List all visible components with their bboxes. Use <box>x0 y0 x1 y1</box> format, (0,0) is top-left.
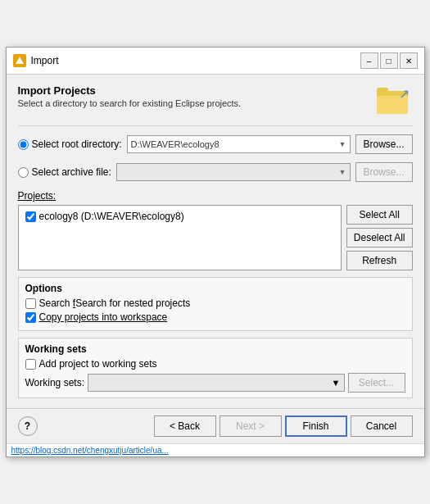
add-working-sets-checkbox[interactable] <box>25 359 36 370</box>
title-bar: Import – □ ✕ <box>7 48 424 75</box>
separator <box>18 125 413 126</box>
archive-file-combo[interactable]: ▼ <box>116 163 351 181</box>
root-directory-radio[interactable] <box>18 139 29 150</box>
list-item: ecology8 (D:\WEAVER\ecology8) <box>22 209 337 224</box>
archive-combo-arrow-icon: ▼ <box>339 168 346 176</box>
copy-projects-row: Copy projects into workspace <box>25 311 405 323</box>
project-checkbox[interactable] <box>25 211 36 222</box>
root-directory-row: Select root directory: D:\WEAVER\ecology… <box>18 134 413 154</box>
copy-projects-label[interactable]: Copy projects into workspace <box>39 311 168 323</box>
project-label: ecology8 (D:\WEAVER\ecology8) <box>39 211 184 222</box>
working-sets-combo[interactable]: ▼ <box>88 374 345 392</box>
working-sets-combo-row: Working sets: ▼ Select... <box>25 373 405 393</box>
header-text: Import Projects Select a directory to se… <box>18 84 242 108</box>
window-controls: – □ ✕ <box>360 52 418 69</box>
dialog-title: Import Projects <box>18 84 242 97</box>
root-browse-button[interactable]: Browse... <box>355 134 413 154</box>
header-section: Import Projects Select a directory to se… <box>18 84 413 117</box>
bottom-bar: ? < Back Next > Finish Cancel <box>7 408 424 443</box>
import-dialog: Import – □ ✕ Import Projects Select a di… <box>6 47 425 457</box>
combo-arrow-icon: ▼ <box>339 140 346 148</box>
maximize-button[interactable]: □ <box>380 52 398 69</box>
add-working-sets-row: Add project to working sets <box>25 358 405 370</box>
close-button[interactable]: ✕ <box>400 52 418 69</box>
folder-icon-container: ↗ <box>373 84 413 117</box>
projects-buttons: Select All Deselect All Refresh <box>346 205 413 270</box>
working-sets-title: Working sets <box>25 343 405 355</box>
cancel-button[interactable]: Cancel <box>351 415 413 437</box>
copy-projects-checkbox[interactable] <box>25 312 36 323</box>
help-button[interactable]: ? <box>18 416 38 436</box>
archive-file-label[interactable]: Select archive file: <box>18 166 111 178</box>
minimize-button[interactable]: – <box>360 52 378 69</box>
options-title: Options <box>25 283 405 294</box>
working-sets-label: Working sets: <box>25 377 84 388</box>
working-sets-section: Working sets Add project to working sets… <box>18 338 413 398</box>
window-title: Import <box>31 55 355 66</box>
working-sets-select-button[interactable]: Select... <box>348 373 405 393</box>
svg-marker-0 <box>16 57 24 64</box>
folder-icon: ↗ <box>373 84 410 114</box>
next-button[interactable]: Next > <box>220 415 282 437</box>
dialog-subtitle: Select a directory to search for existin… <box>18 98 242 108</box>
projects-section: Projects: ecology8 (D:\WEAVER\ecology8) … <box>18 190 413 270</box>
projects-list: ecology8 (D:\WEAVER\ecology8) <box>18 205 342 270</box>
refresh-button[interactable]: Refresh <box>346 251 413 270</box>
window-icon <box>13 54 26 67</box>
search-nested-checkbox[interactable] <box>25 298 36 309</box>
archive-file-radio[interactable] <box>18 167 29 178</box>
options-section: Options Search fSearch for nested projec… <box>18 277 413 331</box>
navigation-buttons: < Back Next > Finish Cancel <box>154 415 413 437</box>
archive-browse-button[interactable]: Browse... <box>355 162 413 182</box>
folder-arrow-icon: ↗ <box>399 86 410 102</box>
finish-button[interactable]: Finish <box>285 415 347 437</box>
add-working-sets-label[interactable]: Add project to working sets <box>39 358 157 370</box>
projects-label: Projects: <box>18 190 413 202</box>
archive-file-row: Select archive file: ▼ Browse... <box>18 162 413 182</box>
root-directory-label[interactable]: Select root directory: <box>18 138 122 150</box>
back-button[interactable]: < Back <box>154 415 216 437</box>
search-nested-row: Search fSearch for nested projects <box>25 297 405 309</box>
deselect-all-button[interactable]: Deselect All <box>346 228 413 247</box>
help-section: ? <box>18 416 38 436</box>
url-bar: https://blog.csdn.net/chengxutju/article… <box>7 443 424 456</box>
ws-combo-arrow-icon: ▼ <box>332 378 341 388</box>
projects-container: ecology8 (D:\WEAVER\ecology8) Select All… <box>18 205 413 270</box>
search-nested-label[interactable]: Search fSearch for nested projects <box>39 297 191 309</box>
root-directory-combo[interactable]: D:\WEAVER\ecology8 ▼ <box>127 135 351 153</box>
select-all-button[interactable]: Select All <box>346 205 413 225</box>
dialog-content: Import Projects Select a directory to se… <box>7 75 424 408</box>
